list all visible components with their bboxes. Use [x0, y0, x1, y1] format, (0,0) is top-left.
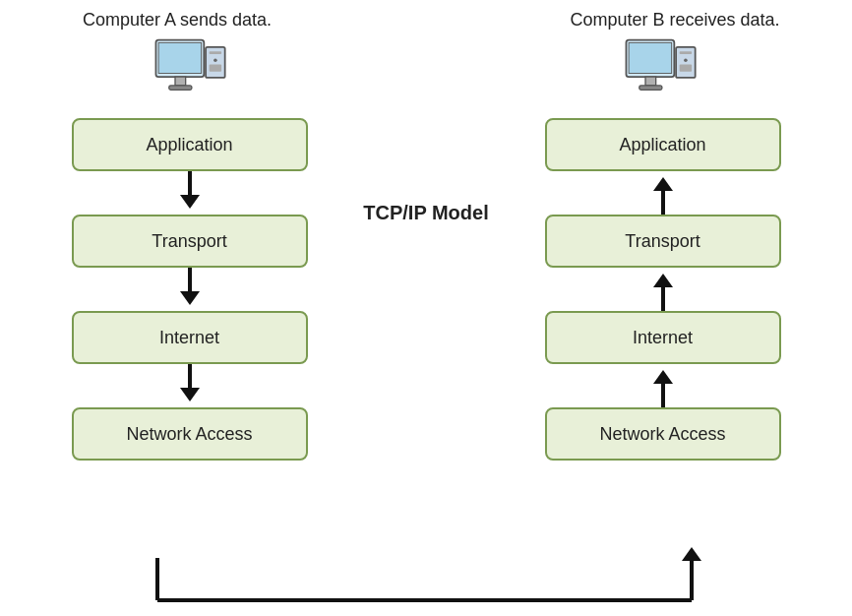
left-arrow-3	[180, 364, 200, 407]
computer-a-title: Computer A sends data.	[39, 10, 315, 31]
title-row: Computer A sends data. Computer B receiv…	[0, 0, 852, 31]
left-network-access-layer: Network Access	[72, 407, 308, 461]
right-transport-layer: Transport	[545, 215, 781, 268]
svg-rect-13	[680, 51, 692, 54]
right-arrow-1	[653, 171, 673, 215]
svg-rect-15	[680, 65, 692, 72]
left-arrow-2	[180, 268, 200, 311]
left-application-layer: Application	[72, 118, 308, 171]
left-network-access-label: Network Access	[126, 424, 252, 445]
computer-b-icon	[529, 36, 793, 110]
left-column: Application Transport Internet	[59, 118, 320, 461]
tcp-ip-label: TCP/IP Model	[363, 202, 488, 224]
diagram-container: Computer A sends data. Computer B receiv…	[0, 0, 852, 616]
svg-point-14	[684, 58, 688, 62]
right-arrow-2	[653, 268, 673, 311]
right-internet-label: Internet	[633, 328, 693, 348]
right-transport-label: Transport	[625, 231, 700, 252]
svg-rect-7	[210, 65, 221, 72]
right-internet-layer: Internet	[545, 311, 781, 364]
svg-rect-10	[645, 77, 656, 86]
computer-b-title: Computer B receives data.	[537, 10, 813, 31]
right-network-access-layer: Network Access	[545, 407, 781, 461]
right-application-layer: Application	[545, 118, 781, 171]
left-internet-layer: Internet	[72, 311, 308, 364]
svg-rect-2	[175, 77, 186, 86]
right-arrow-3	[653, 364, 673, 407]
svg-point-6	[213, 58, 217, 62]
right-network-access-label: Network Access	[599, 424, 725, 445]
left-transport-layer: Transport	[72, 215, 308, 268]
svg-rect-1	[158, 42, 202, 73]
svg-rect-9	[629, 42, 672, 73]
svg-rect-3	[169, 86, 192, 90]
right-column: Application Transport Internet	[532, 118, 793, 461]
computers-row	[0, 36, 852, 110]
left-transport-label: Transport	[152, 231, 226, 252]
svg-rect-11	[639, 86, 662, 90]
left-application-label: Application	[146, 135, 232, 155]
left-internet-label: Internet	[159, 328, 219, 348]
computer-a-icon	[59, 36, 323, 110]
svg-rect-5	[210, 51, 221, 54]
left-arrow-1	[180, 171, 200, 215]
right-application-label: Application	[619, 135, 705, 155]
